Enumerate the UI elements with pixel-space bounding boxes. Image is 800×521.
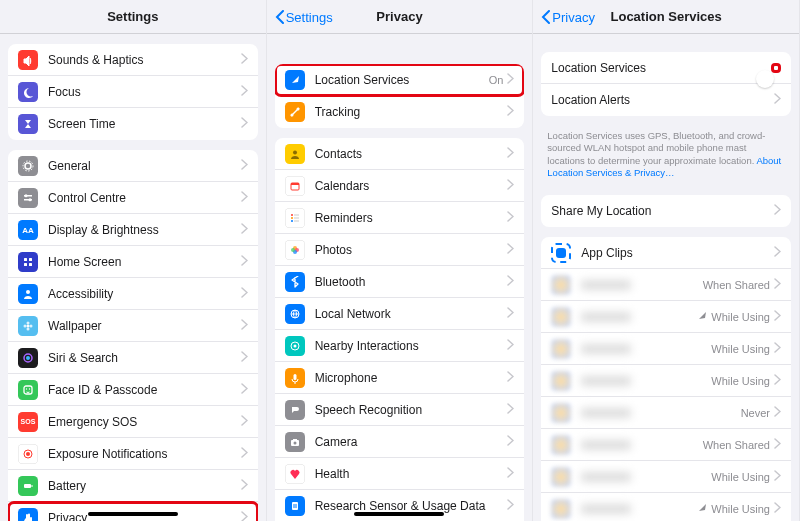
row-general[interactable]: General: [8, 150, 258, 182]
app-icon-blurred: [551, 339, 571, 359]
tracking-icon: [285, 102, 305, 122]
row-app-clips[interactable]: App Clips: [541, 237, 791, 269]
chevron-right-icon: [241, 351, 248, 365]
row-battery[interactable]: Battery: [8, 470, 258, 502]
app-icon-blurred: [551, 499, 571, 519]
row-label: Exposure Notifications: [48, 447, 241, 461]
chevron-right-icon: [241, 479, 248, 493]
row-bluetooth[interactable]: Bluetooth: [275, 266, 525, 298]
row-blurred[interactable]: While Using: [541, 365, 791, 397]
health-icon: [285, 464, 305, 484]
header: Settings Privacy: [267, 0, 533, 34]
row-label: Photos: [315, 243, 508, 257]
svg-point-21: [29, 388, 30, 389]
row-detail: On: [489, 74, 504, 86]
svg-rect-7: [24, 258, 27, 261]
row-camera[interactable]: Camera: [275, 426, 525, 458]
chevron-right-icon: [241, 447, 248, 461]
location-services-pane: Privacy Location Services Location Servi…: [533, 0, 800, 521]
row-siri-search[interactable]: Siri & Search: [8, 342, 258, 374]
battery-icon: [18, 476, 38, 496]
chevron-right-icon: [241, 117, 248, 131]
row-nearby-interactions[interactable]: Nearby Interactions: [275, 330, 525, 362]
row-health[interactable]: Health: [275, 458, 525, 490]
row-blurred[interactable]: While Using: [541, 333, 791, 365]
row-tracking[interactable]: Tracking: [275, 96, 525, 128]
chevron-right-icon: [507, 275, 514, 289]
row-control-centre[interactable]: Control Centre: [8, 182, 258, 214]
row-location-services[interactable]: Location ServicesOn: [275, 64, 525, 96]
row-screen-time[interactable]: Screen Time: [8, 108, 258, 140]
person-icon: [18, 284, 38, 304]
bluetooth-icon: [285, 272, 305, 292]
svg-rect-25: [32, 485, 33, 487]
row-blurred[interactable]: Never: [541, 397, 791, 429]
back-button[interactable]: Settings: [275, 0, 333, 34]
svg-rect-37: [294, 214, 299, 215]
app-icon-blurred: [551, 275, 571, 295]
row-research-sensor-usage-data[interactable]: Research Sensor & Usage Data: [275, 490, 525, 521]
svg-point-30: [296, 108, 299, 111]
arrow-icon: [285, 70, 305, 90]
chevron-right-icon: [507, 147, 514, 161]
row-calendars[interactable]: Calendars: [275, 170, 525, 202]
row-location-services[interactable]: Location Services: [541, 52, 791, 84]
row-exposure-notifications[interactable]: Exposure Notifications: [8, 438, 258, 470]
location-indicator-icon: [697, 502, 707, 516]
row-label: Display & Brightness: [48, 223, 241, 237]
row-face-id-passcode[interactable]: Face ID & Passcode: [8, 374, 258, 406]
row-blurred[interactable]: While Using: [541, 301, 791, 333]
contacts-icon: [285, 144, 305, 164]
svg-point-15: [24, 324, 27, 327]
svg-point-34: [291, 214, 293, 216]
chevron-right-icon: [241, 511, 248, 521]
sos-icon: SOS: [18, 412, 38, 432]
row-label: Location Alerts: [551, 93, 774, 107]
row-microphone[interactable]: Microphone: [275, 362, 525, 394]
chevron-left-icon: [541, 10, 550, 24]
row-privacy[interactable]: Privacy: [8, 502, 258, 521]
row-blurred[interactable]: While Using: [541, 461, 791, 493]
row-label: Privacy: [48, 511, 241, 521]
svg-point-0: [25, 163, 31, 169]
chevron-left-icon: [275, 10, 284, 24]
row-local-network[interactable]: Local Network: [275, 298, 525, 330]
row-speech-recognition[interactable]: Speech Recognition: [275, 394, 525, 426]
network-icon: [285, 304, 305, 324]
svg-point-20: [26, 388, 27, 389]
svg-point-14: [27, 327, 30, 330]
sliders-icon: [18, 188, 38, 208]
row-wallpaper[interactable]: Wallpaper: [8, 310, 258, 342]
row-location-alerts[interactable]: Location Alerts: [541, 84, 791, 116]
row-emergency-sos[interactable]: SOSEmergency SOS: [8, 406, 258, 438]
row-sounds-haptics[interactable]: Sounds & Haptics: [8, 44, 258, 76]
row-home-screen[interactable]: Home Screen: [8, 246, 258, 278]
row-blurred[interactable]: When Shared: [541, 269, 791, 301]
svg-rect-50: [293, 439, 297, 441]
photos-icon: [285, 240, 305, 260]
row-label: Speech Recognition: [315, 403, 508, 417]
aa-icon: AA: [18, 220, 38, 240]
back-button[interactable]: Privacy: [541, 0, 595, 34]
row-blurred[interactable]: While Using: [541, 493, 791, 521]
svg-point-31: [293, 150, 297, 154]
row-focus[interactable]: Focus: [8, 76, 258, 108]
svg-point-29: [290, 114, 293, 117]
row-label: General: [48, 159, 241, 173]
row-blurred[interactable]: When Shared: [541, 429, 791, 461]
chevron-right-icon: [774, 342, 781, 356]
footer-body: Location Services uses GPS, Bluetooth, a…: [547, 130, 765, 166]
row-label: Battery: [48, 479, 241, 493]
chevron-right-icon: [241, 223, 248, 237]
row-photos[interactable]: Photos: [275, 234, 525, 266]
row-contacts[interactable]: Contacts: [275, 138, 525, 170]
row-label: Bluetooth: [315, 275, 508, 289]
row-label: [581, 280, 631, 290]
row-reminders[interactable]: Reminders: [275, 202, 525, 234]
row-detail: While Using: [711, 471, 770, 483]
row-display-brightness[interactable]: AADisplay & Brightness: [8, 214, 258, 246]
home-indicator[interactable]: [354, 512, 444, 516]
row-label: [581, 504, 631, 514]
row-accessibility[interactable]: Accessibility: [8, 278, 258, 310]
row-share-my-location[interactable]: Share My Location: [541, 195, 791, 227]
